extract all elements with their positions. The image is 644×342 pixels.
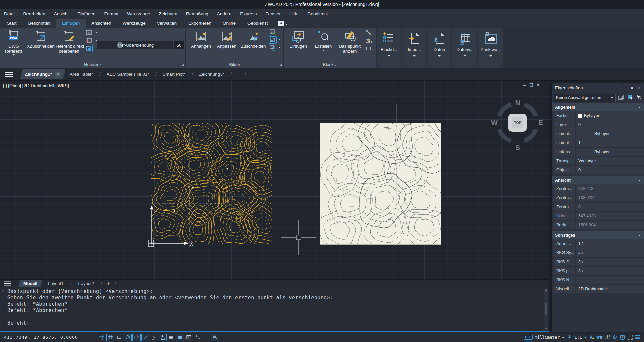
menu-fenster[interactable]: Fenster — [265, 11, 281, 16]
scroll-down-icon[interactable]: ▼ — [545, 327, 547, 330]
doc-tab-zeichnung1[interactable]: Zeichnung1* ✕ — [20, 69, 65, 79]
ribbon-tab-start[interactable]: Start — [1, 19, 22, 28]
new-layout-button[interactable]: + — [105, 280, 112, 287]
menu-datei[interactable]: Datei — [4, 11, 15, 16]
property-row-visueller-stil[interactable]: Visuell... 2D-Drahtmodell — [554, 285, 644, 293]
auto-update-icon[interactable] — [211, 334, 219, 341]
property-row-layer[interactable]: Layer 0 — [554, 120, 644, 129]
scroll-thumb[interactable] — [545, 303, 547, 315]
compass-east-label[interactable]: E — [538, 119, 543, 126]
block-einfuegen-button[interactable]: Einfügen — [287, 30, 310, 49]
xref-fade-slider-thumb[interactable] — [118, 42, 122, 48]
block-node-icon[interactable] — [365, 29, 373, 36]
menu-geodienst[interactable]: Geodienst — [307, 11, 328, 16]
basispunkt-aendern-button[interactable]: Basispunkt ändern — [336, 30, 363, 54]
property-row-bks-pro-ansichtsfenster[interactable]: BKS p... Ja — [554, 267, 644, 275]
panel-launcher-icon[interactable] — [182, 64, 184, 66]
ribbon-tab-werkzeuge[interactable]: Werkzeuge — [117, 19, 151, 28]
hardware-acceleration-icon[interactable] — [620, 334, 625, 340]
compass-north-label[interactable]: N — [515, 99, 520, 106]
panel-block-dropdown-icon[interactable] — [335, 65, 337, 66]
property-row-breite[interactable]: Breite 1506.3041 — [554, 221, 644, 229]
section-collapse-icon[interactable] — [638, 235, 641, 236]
command-prompt[interactable]: Befehl: — [7, 320, 30, 326]
command-scrollbar[interactable]: ▲ ▼ — [544, 288, 548, 330]
menu-werkzeuge[interactable]: Werkzeuge — [127, 11, 150, 16]
quick-properties-icon[interactable] — [185, 334, 193, 341]
xref-tool-dropdown-icon[interactable] — [95, 32, 97, 33]
new-document-tab-button[interactable]: + — [234, 71, 242, 77]
referenz-direkt-bearbeiten-button[interactable]: Referenz direkt bearbeiten — [54, 30, 85, 54]
command-close-icon[interactable]: ✕ — [1, 288, 4, 294]
isolate-objects-icon[interactable] — [202, 334, 210, 341]
properties-title-bar[interactable]: Eigenschaften ◂▸ ✕ — [552, 83, 644, 92]
document-menu-icon[interactable] — [5, 72, 13, 77]
doc-tab-zeichnung3[interactable]: Zeichnung3* — [196, 69, 228, 79]
annotation-scale-icon[interactable] — [567, 334, 572, 340]
image-display-dropdown-icon[interactable] — [279, 39, 281, 40]
quick-select-icon[interactable] — [618, 95, 625, 101]
xref-fade-toggle-icon[interactable] — [85, 45, 93, 52]
layout-menu-icon[interactable] — [4, 281, 11, 285]
section-sonstiges[interactable]: Sonstiges — [552, 231, 644, 239]
selection-dropdown[interactable]: Keine Auswahl getroffen — [554, 94, 616, 102]
section-ansicht[interactable]: Ansicht — [552, 176, 644, 184]
annotation-visibility-icon[interactable] — [589, 334, 594, 340]
palette-autohide-icon[interactable]: ◂▸ — [630, 85, 634, 90]
scroll-up-icon[interactable]: ▲ — [545, 288, 547, 291]
fullscreen-icon[interactable] — [627, 334, 633, 340]
selection-cycling-icon[interactable] — [605, 334, 610, 340]
status-menu-icon[interactable] — [635, 335, 641, 340]
section-allgemein[interactable]: Allgemein — [552, 103, 644, 111]
datenverknuepfung-dropdown-icon[interactable] — [464, 55, 466, 57]
doc-tab-close-icon[interactable]: ✕ — [55, 72, 61, 77]
ribbon-tab-einfuegen[interactable]: Einfügen — [56, 19, 86, 28]
unit-format-icon[interactable]: 0.0 — [524, 335, 533, 340]
dynamic-input-icon[interactable] — [150, 334, 158, 341]
palette-close-icon[interactable]: ✕ — [637, 85, 641, 90]
layout-tab-layout1[interactable]: Layout1 — [44, 280, 67, 287]
import-dropdown-icon[interactable] — [413, 55, 416, 57]
property-row-bks-symbol-ursprung[interactable]: BKS-S... Ja — [554, 258, 644, 266]
xref-fade-value[interactable]: 50 — [174, 41, 184, 49]
property-row-linienstaerke[interactable]: Liniens... ByLayer — [554, 148, 644, 156]
ribbon-expand-icon[interactable] — [278, 21, 284, 26]
annotation-auto-add-icon[interactable] — [596, 334, 603, 340]
block-erstellen-dropdown-icon[interactable] — [322, 50, 324, 51]
block-frame-icon[interactable] — [365, 45, 373, 52]
block-flash-icon[interactable] — [365, 37, 373, 44]
doc-tab-smart-plot[interactable]: Smart Plot* — [159, 69, 189, 79]
zuschneiden-button[interactable]: Zuschneiden — [240, 30, 267, 49]
punktwolke-button[interactable]: Punktwo... — [478, 28, 503, 68]
menu-aendern[interactable]: Ändern — [217, 11, 232, 16]
property-row-zentrum-x[interactable]: Zentru... 342.478 — [554, 184, 644, 193]
polar-tracking-icon[interactable] — [124, 334, 132, 341]
ribbon-tab-beschriften[interactable]: Beschriften — [22, 19, 57, 28]
ribbon-tab-geodienst[interactable]: Geodienst — [241, 19, 274, 28]
layout-tab-layout2[interactable]: Layout2 — [74, 280, 98, 287]
grid-settings-icon[interactable] — [98, 334, 106, 341]
toggle-pickadd-icon[interactable] — [635, 95, 642, 101]
anpassen-button[interactable]: Anpassen — [215, 30, 238, 49]
dwg-referenz-button[interactable]: DWG DWG Referenz — [3, 30, 25, 56]
show-lineweight-icon[interactable] — [176, 334, 184, 341]
compass-west-label[interactable]: W — [491, 119, 498, 126]
unit-label[interactable]: Millimeter — [535, 335, 560, 340]
select-objects-icon[interactable] — [627, 95, 633, 101]
ribbon-tab-verwalten[interactable]: Verwalten — [151, 19, 182, 28]
property-row-hoehe[interactable]: Höhe 547.4038 — [554, 212, 644, 220]
menu-bemassung[interactable]: Bemaßung — [186, 11, 208, 16]
doc-tab-aec-sample[interactable]: AEC Sample File 01* — [103, 69, 153, 79]
ribbon-tab-exportieren[interactable]: Exportieren — [182, 19, 217, 28]
property-row-linientypfaktor[interactable]: Linient... 1 — [554, 138, 644, 147]
object-snap-tracking-icon[interactable] — [141, 334, 149, 341]
property-row-farbe[interactable]: Farbe ByLayer — [554, 111, 644, 120]
object-snap-icon[interactable] — [132, 334, 141, 341]
image-transparency-dropdown-icon[interactable] — [279, 47, 281, 48]
daten-dropdown-icon[interactable] — [438, 55, 441, 57]
drawing-canvas[interactable]: [-] [Oben] [2D-Drahtmodell] [WKS] ─ ❐ ✕ — [0, 81, 644, 279]
property-row-zentrum-y[interactable]: Zentru... 183.0224 — [554, 193, 644, 202]
datenverknuepfung-button[interactable]: Datenv... — [452, 28, 477, 68]
property-row-linientyp[interactable]: Linient... ByLayer — [554, 129, 644, 138]
property-row-bks-symbol[interactable]: BKS Sy... Ja — [554, 248, 644, 257]
